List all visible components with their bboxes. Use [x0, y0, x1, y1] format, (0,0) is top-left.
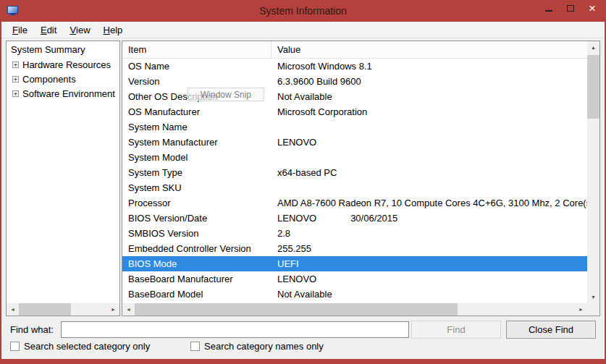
search-options-row: Search selected category only Search cat…	[1, 341, 605, 355]
value-cell: 2.8	[272, 228, 587, 239]
value-cell: Not Available	[272, 91, 587, 102]
tree-root-label: System Summary	[11, 44, 85, 55]
details-scroll-track[interactable]	[135, 303, 575, 316]
scroll-right-icon: ►	[111, 307, 116, 312]
item-cell: BaseBoard Model	[122, 289, 272, 300]
table-row[interactable]: BIOS Version/DateLENOVO 30/06/2015	[122, 211, 587, 226]
monitor-icon	[7, 6, 18, 14]
menu-bar: File Edit View Help	[1, 22, 605, 38]
scroll-up-icon: ▲	[591, 45, 596, 50]
find-what-label: Find what:	[10, 324, 54, 335]
details-scroll-right-button[interactable]: ►	[575, 303, 587, 316]
column-header-item[interactable]: Item	[122, 41, 272, 58]
checkbox-icon	[10, 342, 20, 351]
value-cell: LENOVO	[272, 137, 587, 148]
msinfo-app-icon	[7, 6, 18, 16]
menu-edit[interactable]: Edit	[34, 22, 63, 38]
item-cell: Version	[122, 76, 272, 87]
window-controls: ×	[538, 1, 603, 16]
expand-plus-icon[interactable]: +	[12, 62, 19, 68]
vertical-scroll-thumb[interactable]	[587, 55, 599, 119]
maximize-icon	[567, 5, 574, 12]
monitor-stand	[10, 14, 15, 15]
details-scroll-left-button[interactable]: ◄	[122, 303, 135, 316]
find-button[interactable]: Find	[411, 321, 501, 339]
minimize-button[interactable]	[538, 1, 560, 16]
close-find-button[interactable]: Close Find	[506, 321, 596, 339]
scroll-right-icon: ►	[578, 307, 584, 312]
tree-children: +Hardware Resources+Components+Software …	[8, 57, 119, 101]
tree-item-software-environment[interactable]: +Software Environment	[8, 86, 119, 101]
item-cell: System Manufacturer	[122, 137, 272, 148]
item-cell: BaseBoard Manufacturer	[122, 274, 272, 284]
value-cell: 6.3.9600 Build 9600	[272, 76, 587, 87]
item-cell: OS Manufacturer	[122, 106, 272, 117]
menu-view[interactable]: View	[63, 22, 96, 38]
item-cell: System Type	[122, 167, 272, 178]
search-category-names-checkbox[interactable]: Search category names only	[190, 341, 324, 352]
table-row[interactable]: BaseBoard ManufacturerLENOVO	[122, 271, 587, 287]
tree-item-label: Software Environment	[22, 88, 115, 99]
value-cell: AMD A8-7600 Radeon R7, 10 Compute Cores …	[272, 198, 587, 208]
category-tree: System Summary +Hardware Resources+Compo…	[8, 43, 119, 302]
item-cell: OS Name	[122, 61, 272, 72]
table-row[interactable]: System Name	[122, 119, 587, 135]
close-button[interactable]: ×	[581, 1, 603, 16]
details-scroll-thumb[interactable]	[135, 303, 458, 316]
tree-item-components[interactable]: +Components	[8, 72, 119, 86]
checkbox-label: Search selected category only	[24, 341, 150, 352]
tree-scroll-right-button[interactable]: ►	[107, 303, 119, 316]
item-cell: Processor	[122, 198, 272, 208]
table-row[interactable]: OS ManufacturerMicrosoft Corporation	[122, 104, 587, 119]
minimize-icon	[545, 10, 552, 12]
column-header-value[interactable]: Value	[272, 41, 587, 58]
table-row[interactable]: System Model	[122, 150, 587, 165]
scroll-up-button[interactable]: ▲	[587, 41, 599, 54]
value-cell: Microsoft Windows 8.1	[272, 61, 587, 72]
value-cell: x64-based PC	[272, 167, 587, 178]
maximize-button[interactable]	[560, 1, 581, 16]
table-row[interactable]: Embedded Controller Version255.255	[122, 241, 587, 256]
titlebar[interactable]: System Information ×	[0, 0, 606, 22]
menu-help[interactable]: Help	[97, 22, 130, 38]
scroll-left-icon: ◄	[10, 307, 15, 312]
value-cell: UEFI	[272, 258, 587, 269]
table-row[interactable]: ProcessorAMD A8-7600 Radeon R7, 10 Compu…	[122, 195, 587, 211]
checkbox-label: Search category names only	[204, 341, 324, 352]
scroll-left-icon: ◄	[126, 307, 131, 312]
tree-scroll-track[interactable]	[19, 303, 107, 316]
tree-item-hardware-resources[interactable]: +Hardware Resources	[8, 57, 119, 72]
scroll-down-button[interactable]: ▼	[587, 291, 599, 303]
snip-tooltip-overlay: Window Snip	[188, 88, 264, 101]
vertical-scrollbar[interactable]: ▲ ▼	[587, 41, 599, 303]
value-cell: LENOVO	[272, 274, 587, 284]
table-row[interactable]: BaseBoard ModelNot Available	[122, 287, 587, 302]
tree-item-label: Hardware Resources	[22, 59, 111, 70]
system-information-window: System Information × File Edit View Help…	[0, 0, 606, 364]
tree-item-system-summary[interactable]: System Summary	[8, 43, 119, 57]
find-bar: Find what: Find Close Find	[1, 318, 605, 340]
tree-scroll-left-button[interactable]: ◄	[7, 303, 19, 316]
find-input[interactable]	[61, 321, 409, 338]
menu-file[interactable]: File	[6, 22, 34, 38]
tree-horizontal-scrollbar[interactable]: ◄ ►	[7, 303, 119, 316]
search-selected-category-checkbox[interactable]: Search selected category only	[10, 341, 150, 352]
details-horizontal-scrollbar[interactable]: ◄ ►	[122, 303, 587, 316]
details-pane: Item Value OS NameMicrosoft Windows 8.1V…	[122, 41, 600, 316]
item-cell: Embedded Controller Version	[122, 243, 272, 254]
category-tree-pane: System Summary +Hardware Resources+Compo…	[6, 41, 120, 316]
checkbox-icon	[190, 342, 200, 351]
table-header: Item Value	[122, 41, 587, 59]
expand-plus-icon[interactable]: +	[12, 90, 19, 97]
table-row[interactable]: System Typex64-based PC	[122, 165, 587, 180]
value-cell: LENOVO 30/06/2015	[272, 213, 587, 224]
tree-scroll-thumb[interactable]	[19, 303, 71, 316]
table-row[interactable]: SMBIOS Version2.8	[122, 226, 587, 241]
table-row[interactable]: BIOS ModeUEFI	[122, 256, 587, 271]
table-row[interactable]: OS NameMicrosoft Windows 8.1	[122, 59, 587, 74]
item-cell: BIOS Version/Date	[122, 213, 272, 224]
table-row[interactable]: Version6.3.9600 Build 9600	[122, 74, 587, 89]
expand-plus-icon[interactable]: +	[12, 76, 19, 82]
table-row[interactable]: System ManufacturerLENOVO	[122, 135, 587, 150]
table-row[interactable]: System SKU	[122, 180, 587, 195]
